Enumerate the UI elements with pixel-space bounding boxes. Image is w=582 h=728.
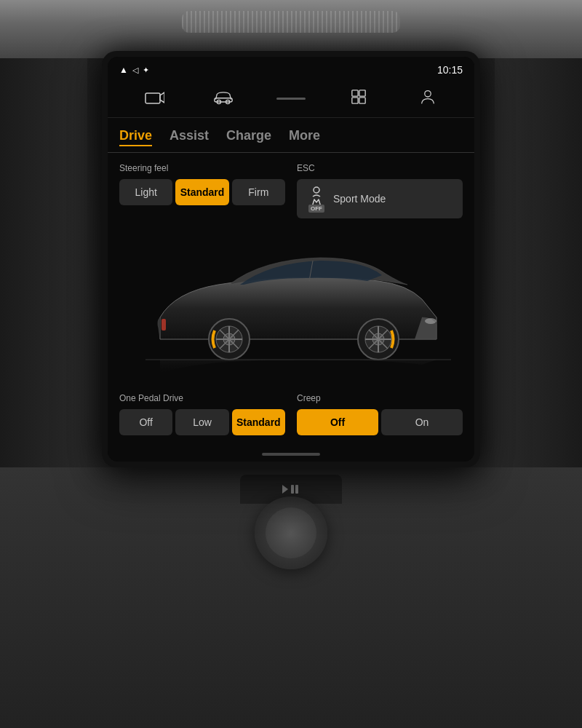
creep-label: Creep xyxy=(297,393,463,403)
tab-more[interactable]: More xyxy=(289,127,320,146)
one-pedal-standard-btn[interactable]: Standard xyxy=(232,409,285,435)
camera-icon xyxy=(144,89,164,105)
esc-off-badge: OFF xyxy=(308,205,324,213)
steering-feel-label: Steering feel xyxy=(119,163,285,173)
svg-rect-30 xyxy=(295,485,298,494)
car-interior: ▲ ◁ ✦ 10:15 xyxy=(0,0,582,728)
svg-rect-0 xyxy=(146,93,160,103)
svg-point-9 xyxy=(425,91,431,97)
home-indicator xyxy=(108,447,474,462)
tab-assist[interactable]: Assist xyxy=(170,127,209,146)
one-pedal-low-btn[interactable]: Low xyxy=(175,409,228,435)
profile-icon xyxy=(418,89,438,105)
creep-section: Creep Off On xyxy=(297,393,463,435)
tab-charge[interactable]: Charge xyxy=(226,127,271,146)
esc-icon-wrap: OFF xyxy=(307,186,326,211)
tab-drive[interactable]: Drive xyxy=(119,127,152,146)
svg-marker-1 xyxy=(160,92,164,103)
one-pedal-buttons: Off Low Standard xyxy=(119,409,285,435)
console-area xyxy=(0,467,582,728)
nav-bar xyxy=(108,80,474,118)
home-bar xyxy=(262,453,320,456)
svg-rect-29 xyxy=(291,485,294,494)
svg-rect-13 xyxy=(162,319,166,331)
svg-rect-6 xyxy=(359,90,365,96)
esc-sport-mode-btn[interactable]: OFF Sport Mode xyxy=(297,179,463,218)
speaker-grille xyxy=(182,11,400,33)
bottom-sections: One Pedal Drive Off Low Standard Creep O… xyxy=(108,383,474,447)
main-content: Steering feel Light Standard Firm ESC xyxy=(108,153,474,237)
screen-wrapper: ▲ ◁ ✦ 10:15 xyxy=(102,51,480,467)
dashboard-top xyxy=(0,0,582,58)
creep-on-btn[interactable]: On xyxy=(381,409,463,435)
nav-grid[interactable] xyxy=(343,86,375,111)
steering-standard-btn[interactable]: Standard xyxy=(175,179,228,205)
one-pedal-section: One Pedal Drive Off Low Standard xyxy=(119,393,285,435)
controls-row: Steering feel Light Standard Firm ESC xyxy=(119,163,463,218)
media-controls-icon xyxy=(276,482,306,496)
status-time: 10:15 xyxy=(437,64,463,76)
creep-buttons: Off On xyxy=(297,409,463,435)
nav-divider xyxy=(276,98,306,100)
svg-rect-8 xyxy=(359,98,365,103)
signal-icon: ▲ xyxy=(119,65,128,75)
svg-point-10 xyxy=(314,187,319,193)
status-icons: ▲ ◁ ✦ xyxy=(119,65,149,75)
svg-rect-7 xyxy=(352,98,358,103)
screen-bezel: ▲ ◁ ✦ 10:15 xyxy=(102,51,480,467)
status-bar: ▲ ◁ ✦ 10:15 xyxy=(108,57,474,80)
esc-section: ESC OFF xyxy=(297,163,463,218)
bluetooth-icon: ✦ xyxy=(143,66,149,75)
one-pedal-label: One Pedal Drive xyxy=(119,393,285,403)
creep-off-btn[interactable]: Off xyxy=(297,409,378,435)
grid-icon xyxy=(348,89,369,105)
steering-light-btn[interactable]: Light xyxy=(119,179,172,205)
car-icon xyxy=(213,89,234,105)
screen: ▲ ◁ ✦ 10:15 xyxy=(108,57,474,462)
svg-rect-5 xyxy=(352,90,358,96)
car-svg xyxy=(116,245,466,376)
tabs: Drive Assist Charge More xyxy=(108,118,474,152)
car-display xyxy=(108,237,474,383)
nav-profile[interactable] xyxy=(412,86,444,111)
svg-point-12 xyxy=(425,318,436,324)
gear-selector-inner xyxy=(266,507,316,558)
esc-label: ESC xyxy=(297,163,463,173)
nav-camera[interactable] xyxy=(138,86,170,111)
steering-feel-buttons: Light Standard Firm xyxy=(119,179,285,205)
nav-car[interactable] xyxy=(207,86,239,111)
one-pedal-off-btn[interactable]: Off xyxy=(119,409,172,435)
steering-firm-btn[interactable]: Firm xyxy=(232,179,285,205)
gear-selector[interactable] xyxy=(255,496,327,569)
esc-sport-mode-label: Sport Mode xyxy=(333,193,386,205)
wifi-icon: ◁ xyxy=(132,66,138,75)
steering-feel-section: Steering feel Light Standard Firm xyxy=(119,163,285,218)
